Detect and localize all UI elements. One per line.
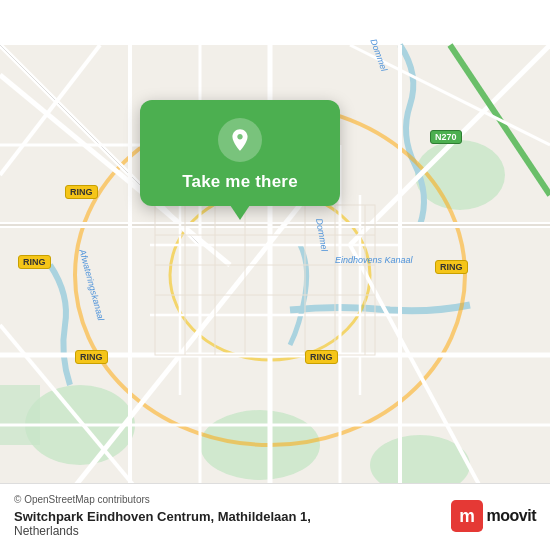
svg-text:m: m: [459, 506, 475, 526]
bottom-bar: © OpenStreetMap contributors Switchpark …: [0, 483, 550, 550]
map-svg: [0, 0, 550, 550]
location-pin-icon: [227, 127, 253, 153]
ring-badge-3: RING: [75, 350, 108, 364]
location-icon-circle: [218, 118, 262, 162]
take-me-there-button[interactable]: Take me there: [182, 172, 298, 192]
location-country: Netherlands: [14, 524, 311, 538]
moovit-icon: m: [451, 500, 483, 532]
location-name: Switchpark Eindhoven Centrum, Mathildela…: [14, 509, 311, 524]
ring-badge-2: RING: [18, 255, 51, 269]
map-container: RING RING RING RING RING N270 Dommel Dom…: [0, 0, 550, 550]
kanaal-label: Eindhovens Kanaal: [335, 255, 413, 265]
moovit-logo: m moovit: [451, 500, 536, 532]
ring-badge-4: RING: [305, 350, 338, 364]
osm-attribution: © OpenStreetMap contributors: [14, 494, 311, 505]
bottom-left: © OpenStreetMap contributors Switchpark …: [14, 494, 311, 538]
svg-rect-5: [0, 385, 40, 445]
moovit-text: moovit: [487, 507, 536, 525]
ring-badge-1: RING: [65, 185, 98, 199]
ring-badge-5: RING: [435, 260, 468, 274]
popup-card[interactable]: Take me there: [140, 100, 340, 206]
n270-badge: N270: [430, 130, 462, 144]
